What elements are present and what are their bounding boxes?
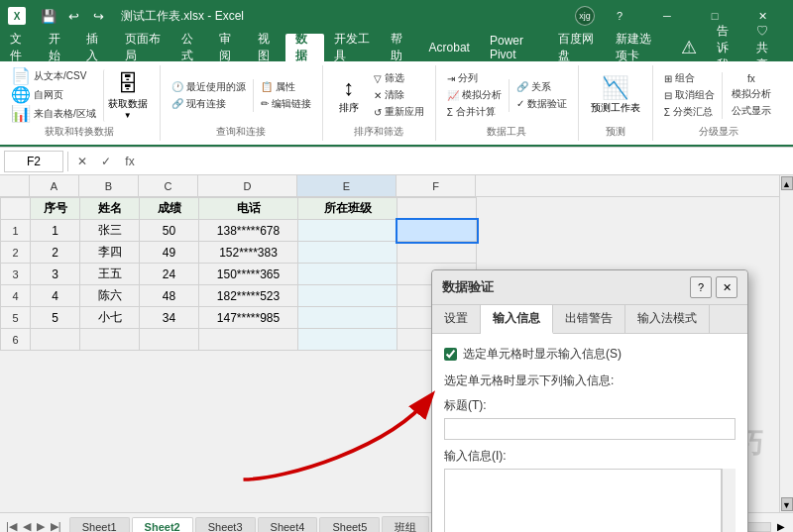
tab-acrobat[interactable]: Acrobat [419, 34, 480, 61]
tab-insert[interactable]: 插入 [76, 34, 115, 61]
tab-nav-last[interactable]: ▶| [49, 518, 63, 532]
tab-nav-prev[interactable]: ◀ [21, 518, 33, 532]
cell-header-class[interactable]: 所在班级 [298, 198, 397, 220]
sheet-tab-sheet2[interactable]: Sheet2 [132, 517, 193, 533]
btn-existing-connect[interactable]: 🔗 现有连接 [169, 96, 249, 112]
save-quick-btn[interactable]: 💾 [38, 5, 59, 27]
cell-3-e[interactable] [298, 264, 397, 285]
help-title-btn[interactable]: ? [597, 0, 642, 32]
cell-1-b[interactable]: 张三 [80, 220, 140, 242]
tab-power-pivot[interactable]: Power Pivot [480, 34, 549, 61]
cell-5-b[interactable]: 小七 [80, 307, 140, 329]
btn-properties[interactable]: 📋 属性 [258, 79, 314, 95]
cell-3-b[interactable]: 王五 [80, 264, 140, 285]
col-header-b[interactable]: B [79, 175, 139, 196]
btn-recent-sources[interactable]: 🕐 最近使用的源 [169, 79, 249, 95]
tab-tell-me[interactable]: 告诉我 [707, 34, 746, 61]
col-header-e[interactable]: E [297, 175, 396, 196]
col-header-d[interactable]: D [198, 175, 297, 196]
cell-3-c[interactable]: 24 [140, 264, 199, 285]
btn-from-web[interactable]: 🌐 自网页 [8, 86, 99, 104]
cell-3-a[interactable]: 3 [31, 264, 80, 285]
minimize-btn[interactable]: ─ [644, 0, 690, 32]
confirm-formula-icon[interactable]: ✓ [96, 152, 116, 171]
btn-filter[interactable]: ▽ 筛选 [371, 70, 427, 86]
cell-1-f[interactable] [397, 220, 477, 242]
btn-relationships[interactable]: 🔗 关系 [513, 79, 570, 95]
btn-ungroup[interactable]: ⊟ 取消组合 [661, 87, 718, 103]
undo-quick-btn[interactable]: ↩ [62, 5, 84, 27]
cell-5-e[interactable] [298, 307, 397, 329]
dialog-close-btn[interactable]: ✕ [716, 276, 737, 298]
dialog-tab-settings[interactable]: 设置 [432, 305, 481, 333]
tab-page-layout[interactable]: 页面布局 [115, 34, 171, 61]
cell-header-score[interactable]: 成绩 [140, 198, 199, 220]
cell-5-d[interactable]: 147*****985 [199, 307, 298, 329]
btn-split-columns[interactable]: ⇥ 分列 [444, 70, 505, 86]
btn-sort[interactable]: ↕ 排序 [331, 73, 367, 117]
sheet-tab-sheet1[interactable]: Sheet1 [69, 517, 130, 532]
btn-group[interactable]: ⊞ 组合 [661, 70, 718, 86]
col-header-c[interactable]: C [139, 175, 198, 196]
cell-2-e[interactable] [298, 242, 397, 264]
cell-6-a[interactable] [31, 329, 80, 351]
tab-baidu[interactable]: 百度网盘 [548, 34, 605, 61]
tab-notify[interactable]: ⚠ [671, 34, 707, 61]
btn-forecast[interactable]: 📉 预测工作表 [587, 73, 644, 117]
tab-help[interactable]: 帮助 [381, 34, 419, 61]
scroll-down-btn[interactable]: ▼ [781, 497, 793, 511]
cell-2-f[interactable] [397, 242, 477, 264]
tab-nav-first[interactable]: |◀ [4, 518, 19, 532]
cell-1-d[interactable]: 138*****678 [199, 220, 298, 242]
formula-input[interactable] [144, 155, 789, 168]
title-input[interactable] [444, 418, 736, 440]
btn-simulation[interactable]: 📈 模拟分析 [444, 87, 505, 103]
redo-quick-btn[interactable]: ↪ [87, 5, 109, 27]
tab-start[interactable]: 开始 [39, 34, 77, 61]
data-validation-dialog[interactable]: 数据验证 ? ✕ 设置 输入信息 出错警告 输入法模式 选定单元格时显示输入信息… [431, 269, 748, 532]
cell-header-extra[interactable] [397, 198, 477, 220]
show-input-checkbox[interactable] [444, 348, 457, 361]
cell-header-name[interactable]: 姓名 [80, 198, 140, 220]
cell-4-d[interactable]: 182*****523 [199, 285, 298, 307]
scroll-right-btn[interactable]: ▶ [773, 519, 789, 532]
insert-function-icon[interactable]: fx [120, 152, 140, 171]
cell-6-b[interactable] [80, 329, 140, 351]
cell-reference[interactable] [4, 151, 63, 172]
tab-dev-tools[interactable]: 开发工具 [324, 34, 381, 61]
tab-nav-next[interactable]: ▶ [35, 518, 47, 532]
btn-clear[interactable]: ✕ 清除 [371, 87, 427, 103]
cell-4-c[interactable]: 48 [140, 285, 199, 307]
cell-header-phone[interactable]: 电话 [199, 198, 298, 220]
cell-6-e[interactable] [298, 329, 397, 351]
cell-5-c[interactable]: 34 [140, 307, 199, 329]
sheet-tab-sheet3[interactable]: Sheet3 [195, 517, 256, 532]
dialog-help-btn[interactable]: ? [690, 276, 712, 298]
btn-from-table[interactable]: 📊 来自表格/区域 [8, 105, 99, 123]
cell-1-a[interactable]: 1 [31, 220, 80, 242]
tab-file[interactable]: 文件 [0, 34, 39, 61]
cell-2-b[interactable]: 李四 [80, 242, 140, 264]
btn-consolidate[interactable]: Σ 合并计算 [444, 104, 505, 120]
sheet-tab-group[interactable]: 班组 [382, 516, 429, 533]
cell-1-c[interactable]: 50 [140, 220, 199, 242]
cell-4-b[interactable]: 陈六 [80, 285, 140, 307]
col-header-a[interactable]: A [30, 175, 79, 196]
col-header-f[interactable]: F [396, 175, 476, 196]
btn-reapply[interactable]: ↺ 重新应用 [371, 104, 427, 120]
cell-5-a[interactable]: 5 [31, 307, 80, 329]
cell-6-d[interactable] [199, 329, 298, 351]
tab-formula[interactable]: 公式 [171, 34, 210, 61]
cell-3-d[interactable]: 150*****365 [199, 264, 298, 285]
message-textarea[interactable] [444, 469, 722, 532]
cell-6-c[interactable] [140, 329, 199, 351]
cell-4-a[interactable]: 4 [31, 285, 80, 307]
tab-view[interactable]: 视图 [248, 34, 286, 61]
cell-2-a[interactable]: 2 [31, 242, 80, 264]
cancel-formula-icon[interactable]: ✕ [72, 152, 92, 171]
btn-from-text-csv[interactable]: 📄 从文本/CSV [8, 67, 99, 85]
btn-analysis[interactable]: 模拟分析 [727, 86, 776, 102]
btn-data-validation[interactable]: ✓ 数据验证 [513, 96, 570, 112]
tab-data[interactable]: 数据 [285, 34, 324, 61]
btn-formula-display[interactable]: fx [727, 72, 776, 85]
